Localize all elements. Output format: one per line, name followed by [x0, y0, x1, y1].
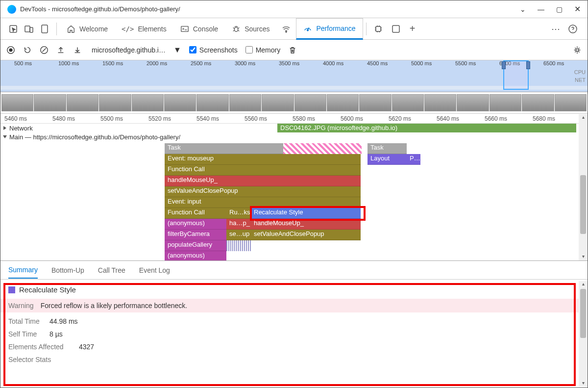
flame-event-mouseup[interactable]: Event: mouseup [165, 154, 361, 165]
filmstrip-thumb[interactable] [457, 94, 489, 111]
filmstrip-thumb[interactable] [99, 94, 131, 111]
inspect-icon[interactable] [8, 24, 18, 34]
scroll-thumb[interactable] [580, 175, 586, 234]
flame-task2[interactable]: Task [368, 143, 407, 154]
summary-pane: Recalculate Style Warning Forced reflow … [0, 280, 588, 374]
filmstrip-thumb[interactable] [555, 94, 587, 111]
filmstrip-thumb[interactable] [132, 94, 164, 111]
flame-chart[interactable]: Network DSC04162.JPG (microsoftedge.gith… [0, 124, 588, 261]
device-icon[interactable] [24, 24, 34, 34]
elements-affected-value: 4327 [79, 343, 94, 351]
net-label: NET [574, 76, 586, 84]
filmstrip-thumb[interactable] [424, 94, 456, 111]
filmstrip-thumb[interactable] [359, 94, 391, 111]
recording-url[interactable]: microsoftedge.github.i… [92, 46, 166, 54]
more-icon[interactable]: ⋯ [551, 24, 560, 34]
collapse-icon [3, 135, 7, 138]
flame-function-call[interactable]: Function Call [165, 165, 361, 176]
tab-calltree[interactable]: Call Tree [98, 262, 125, 278]
memory-checkbox[interactable]: Memory [245, 46, 281, 54]
scroll-thumb[interactable] [580, 289, 586, 338]
filmstrip-thumb[interactable] [196, 94, 228, 111]
flame-anonymous2[interactable]: (anonymous) [165, 251, 226, 261]
tab-sources[interactable]: Sources [225, 18, 276, 40]
add-tab-button[interactable]: + [410, 23, 416, 34]
filmstrip-thumb[interactable] [392, 94, 424, 111]
flame-recalculate-style[interactable]: Recalculate Style [251, 208, 361, 219]
flame-stripes [226, 240, 251, 251]
selection-handle-left[interactable] [502, 61, 506, 69]
filmstrip-thumb[interactable] [229, 94, 261, 111]
flame-setvalueandclosepopup[interactable]: setValueAndClosePopup [165, 186, 361, 197]
flame-task[interactable]: Task [165, 143, 283, 154]
overview-timeline[interactable]: 500 ms1000 ms1500 ms 2000 ms2500 ms3000 … [0, 60, 588, 92]
flame-ruler[interactable]: 5460 ms5480 ms5500 ms 5520 ms5540 ms5560… [0, 114, 588, 124]
flame-long-task-stripe [283, 143, 362, 154]
filmstrip-thumb[interactable] [34, 94, 66, 111]
filmstrip-thumb[interactable] [262, 94, 294, 111]
filmstrip-thumb[interactable] [522, 94, 554, 111]
tab-elements[interactable]: </> Elements [115, 18, 173, 40]
tab-summary[interactable]: Summary [8, 262, 38, 279]
selection-handle-right[interactable] [526, 61, 530, 69]
screenshots-checkbox[interactable]: Screenshots [189, 46, 238, 54]
dropdown-icon[interactable]: ▼ [173, 46, 181, 54]
filmstrip-thumb[interactable] [1, 94, 33, 111]
flame-anonymous[interactable]: (anonymous) [165, 219, 226, 230]
filmstrip-thumb[interactable] [67, 94, 98, 111]
chip-icon[interactable] [373, 24, 383, 34]
scroll-up-icon[interactable]: ▴ [579, 114, 588, 121]
scroll-up-icon[interactable]: ▴ [579, 281, 588, 288]
flame-seup[interactable]: se…up [226, 230, 251, 240]
tab-welcome[interactable]: Welcome [60, 18, 115, 40]
chevron-down-icon[interactable]: ⌄ [520, 5, 526, 13]
wifi-icon[interactable] [281, 24, 291, 34]
svg-rect-4 [181, 26, 188, 31]
close-button[interactable]: ✕ [574, 4, 581, 14]
record-button[interactable] [6, 46, 15, 54]
flame-hap[interactable]: ha…p_ [226, 219, 251, 230]
svg-point-12 [9, 48, 12, 52]
flame-layout[interactable]: Layout [368, 154, 407, 165]
overview-selection[interactable] [503, 60, 529, 90]
reload-button[interactable] [23, 46, 32, 54]
filmstrip-thumb[interactable] [327, 94, 359, 111]
scroll-down-icon[interactable]: ▾ [579, 380, 588, 387]
flame-populategallery[interactable]: populateGallery [165, 240, 226, 251]
flame-scrollbar[interactable]: ▴▾ [579, 114, 588, 260]
flame-handlemouseup2[interactable]: handleMouseUp_ [251, 219, 361, 230]
flame-handlemouseup[interactable]: handleMouseUp_ [165, 176, 361, 186]
tab-eventlog[interactable]: Event Log [139, 262, 170, 278]
tab-console[interactable]: Console [173, 18, 225, 40]
maximize-button[interactable]: ▢ [556, 5, 563, 13]
warning-label: Warning [8, 302, 34, 310]
tab-bottomup[interactable]: Bottom-Up [51, 262, 84, 278]
details-scrollbar[interactable]: ▴▾ [579, 281, 588, 387]
help-icon[interactable] [568, 24, 578, 34]
window-icon[interactable] [391, 24, 401, 34]
flame-rumicrotasks[interactable]: Ru…ks [226, 208, 251, 219]
minimize-button[interactable]: — [538, 5, 544, 13]
network-bar[interactable]: DSC04162.JPG (microsoftedge.github.io) [277, 124, 576, 132]
flame-p[interactable]: P… [407, 154, 420, 165]
clear-button[interactable] [40, 46, 49, 54]
flame-event-input[interactable]: Event: input [165, 197, 361, 208]
filmstrip-thumb[interactable] [294, 94, 326, 111]
filmstrip-thumb[interactable] [164, 94, 196, 111]
selector-stats-label[interactable]: Selector Stats [8, 356, 51, 363]
trash-icon[interactable] [288, 46, 297, 54]
flame-setvalueandclosepopup2[interactable]: setValueAndClosePopup [251, 230, 361, 240]
scroll-down-icon[interactable]: ▾ [579, 254, 588, 260]
tab-label: Sources [245, 25, 270, 33]
flame-filterbycamera[interactable]: filterByCamera [165, 230, 226, 240]
event-color-chip [8, 286, 15, 293]
upload-button[interactable] [56, 46, 65, 54]
gear-icon[interactable] [573, 46, 582, 54]
filmstrip-thumb[interactable] [490, 94, 521, 111]
tab-performance[interactable]: Performance [296, 18, 363, 40]
filmstrip[interactable] [0, 92, 588, 114]
download-button[interactable] [73, 46, 82, 54]
tablet-icon[interactable] [40, 24, 49, 34]
flame-function-call2[interactable]: Function Call [165, 208, 226, 219]
main-track-header[interactable]: Main — https://microsoftedge.github.io/D… [0, 132, 588, 141]
